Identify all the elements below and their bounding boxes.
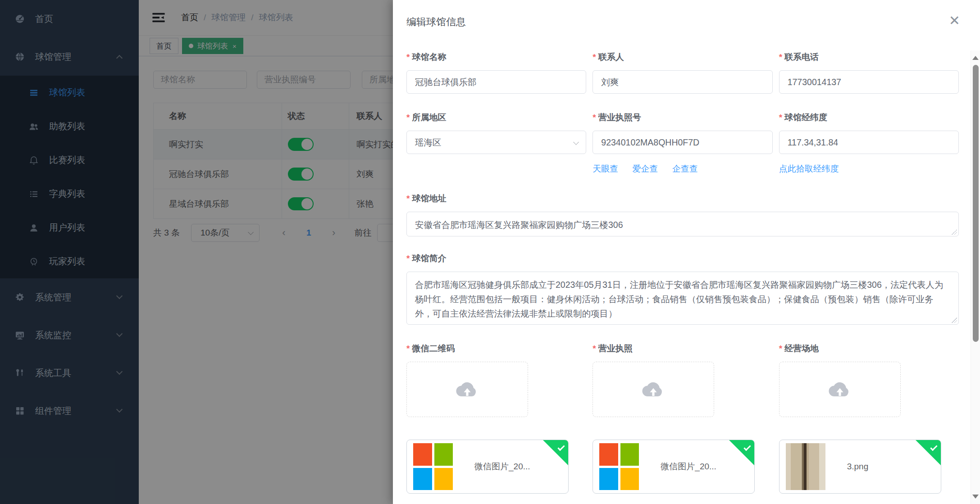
field-premises: 经营场地	[779, 343, 959, 417]
field-intro: 球馆简介 合肥市瑶海区冠驰健身俱乐部成立于2023年05月31日，注册地位于安徽…	[406, 253, 959, 325]
cloud-upload-icon	[640, 380, 666, 400]
file-thumbnail	[599, 443, 639, 490]
license-no-input[interactable]	[593, 131, 772, 154]
upload-success-badge	[729, 440, 754, 465]
resize-grip-icon[interactable]	[952, 229, 957, 235]
resize-grip-icon[interactable]	[952, 318, 957, 323]
upload-section: 微信二维码 营业执照 经营场地	[406, 343, 959, 417]
field-wechat-qr: 微信二维码	[406, 343, 586, 417]
uploaded-file-card[interactable]: 3.png	[779, 440, 941, 494]
address-textarea[interactable]: 安徽省合肥市瑶海区复兴路聚福家园购物广场三楼306	[406, 212, 959, 236]
field-address: 球馆地址 安徽省合肥市瑶海区复兴路聚福家园购物广场三楼306	[406, 193, 959, 236]
tianyancha-link[interactable]: 天眼查	[593, 164, 618, 173]
contact-input[interactable]	[593, 70, 772, 94]
file-name: 3.png	[847, 462, 869, 472]
field-phone: 联系电话	[779, 51, 959, 94]
scroll-down-icon[interactable]	[972, 495, 979, 499]
file-name: 微信图片_20...	[661, 461, 716, 472]
intro-textarea[interactable]: 合肥市瑶海区冠驰健身俱乐部成立于2023年05月31日，注册地位于安徽省合肥市瑶…	[406, 272, 959, 325]
field-district: 所属地区 瑶海区	[406, 112, 586, 175]
wechat-qr-upload[interactable]	[406, 362, 528, 417]
field-venue-name: 球馆名称	[406, 51, 586, 94]
drawer-header: 编辑球馆信息 ✕	[393, 0, 980, 29]
file-name: 微信图片_20...	[474, 461, 530, 472]
pick-latlng-link[interactable]: 点此拾取经纬度	[779, 164, 839, 173]
aiqicha-link[interactable]: 爱企查	[633, 164, 658, 173]
modal-overlay[interactable]	[0, 0, 393, 504]
qichacha-link[interactable]: 企查查	[672, 164, 698, 173]
uploaded-file-card[interactable]: 微信图片_20...	[593, 440, 755, 494]
drawer-body: 球馆名称 联系人 联系电话 所属地区 瑶海区	[393, 51, 980, 494]
file-thumbnail	[413, 443, 453, 490]
district-select[interactable]: 瑶海区	[406, 131, 586, 154]
cloud-upload-icon	[454, 380, 480, 400]
premises-upload[interactable]	[779, 362, 901, 417]
upload-success-badge	[916, 440, 941, 465]
edit-venue-drawer: 编辑球馆信息 ✕ 球馆名称 联系人 联系电话 所属	[393, 0, 980, 504]
uploaded-files: 微信图片_20... 微信图片_20... 3.png	[406, 440, 959, 494]
scrollbar-thumb[interactable]	[973, 65, 979, 342]
upload-success-badge	[543, 440, 568, 465]
close-icon[interactable]: ✕	[949, 13, 960, 28]
license-lookup-links: 天眼查 爱企查 企查查	[593, 163, 772, 175]
file-thumbnail	[786, 443, 825, 490]
phone-input[interactable]	[779, 70, 959, 94]
field-contact: 联系人	[593, 51, 772, 94]
drawer-title: 编辑球馆信息	[406, 16, 466, 27]
uploaded-file-card[interactable]: 微信图片_20...	[406, 440, 569, 494]
business-license-upload[interactable]	[593, 362, 714, 417]
field-license-no: 营业执照号 天眼查 爱企查 企查查	[593, 112, 772, 175]
field-lat-lng: 球馆经纬度 点此拾取经纬度	[779, 112, 959, 175]
app-root: 首页 球馆管理 球馆列表 助教列表	[0, 0, 980, 504]
scroll-up-icon[interactable]	[972, 56, 979, 60]
cloud-upload-icon	[827, 380, 853, 400]
venue-name-input[interactable]	[406, 70, 586, 94]
field-business-license: 营业执照	[593, 343, 772, 417]
scrollbar[interactable]	[971, 50, 980, 504]
lat-lng-input[interactable]	[779, 131, 959, 154]
